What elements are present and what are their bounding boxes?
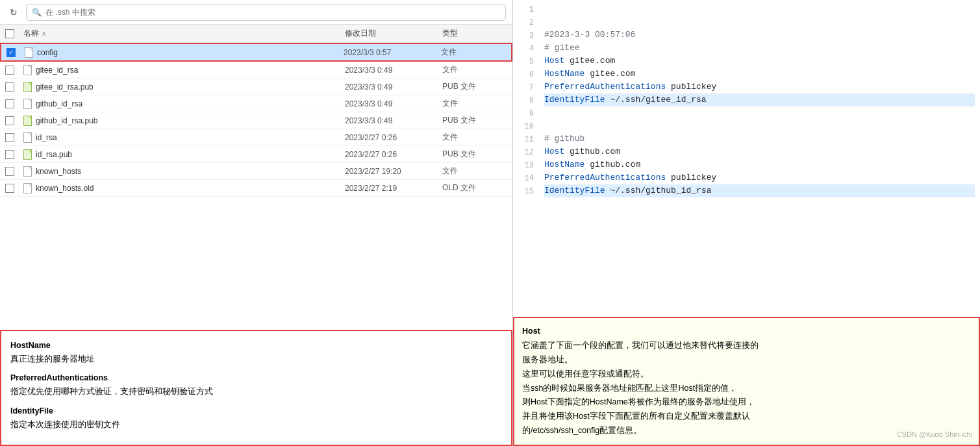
file-name-cell: config xyxy=(25,47,344,58)
table-row[interactable]: id_rsa2023/2/27 0:26文件 xyxy=(0,129,512,146)
file-modified: 2023/2/27 2:19 xyxy=(345,184,442,193)
row-checkbox[interactable] xyxy=(5,82,23,92)
file-name: config xyxy=(37,48,58,57)
code-comment: # github xyxy=(544,132,584,146)
right-annotation-line: 这里可以使用任意字段或通配符。 xyxy=(522,367,971,382)
annotation-term: PreferredAuthentications xyxy=(10,371,502,385)
table-row[interactable]: known_hosts2023/2/27 19:20文件 xyxy=(0,163,512,180)
file-icon xyxy=(23,132,32,143)
refresh-button[interactable]: ↻ xyxy=(6,5,21,19)
header-name[interactable]: 名称 ∧ xyxy=(23,28,345,39)
checkbox[interactable] xyxy=(5,150,14,159)
row-checkbox[interactable] xyxy=(5,167,23,176)
line-number: 3 xyxy=(518,30,534,43)
file-name: id_rsa xyxy=(36,133,57,142)
code-line xyxy=(544,119,975,132)
line-number: 4 xyxy=(518,43,534,56)
code-comment: # gitee xyxy=(544,42,580,55)
select-all-checkbox[interactable] xyxy=(5,29,14,38)
file-icon xyxy=(25,47,33,58)
line-number: 10 xyxy=(518,121,534,134)
file-name: known_hosts xyxy=(36,167,81,176)
file-type: 文件 xyxy=(442,64,507,75)
header-type: 类型 xyxy=(442,28,507,39)
table-row[interactable]: github_id_rsa2023/3/3 0:49文件 xyxy=(0,95,512,112)
line-number: 11 xyxy=(518,134,534,147)
checkbox[interactable] xyxy=(5,167,14,176)
code-value: ~/.ssh/github_id_rsa xyxy=(605,184,712,198)
pub-file-icon xyxy=(23,116,32,126)
code-keyword: PreferredAuthentications xyxy=(544,171,666,185)
row-checkbox[interactable] xyxy=(5,66,23,75)
checkbox[interactable]: ✓ xyxy=(6,48,16,57)
row-checkbox[interactable]: ✓ xyxy=(6,48,25,57)
code-comment: #2023-3-3 00:57:06 xyxy=(544,29,635,42)
annotation-desc: 指定优先使用哪种方式验证，支持密码和秘钥验证方式 xyxy=(10,385,502,399)
table-row[interactable]: ✓config2023/3/3 0:57文件 xyxy=(0,43,512,62)
code-value: ~/.ssh/gitee_id_rsa xyxy=(605,93,707,107)
code-line: Host github.com xyxy=(544,145,975,158)
code-line: # gitee xyxy=(544,42,975,55)
file-type: PUB 文件 xyxy=(442,149,507,160)
table-row[interactable]: gitee_id_rsa.pub2023/3/3 0:49PUB 文件 xyxy=(0,79,512,95)
checkbox[interactable] xyxy=(5,184,14,193)
code-keyword: HostName xyxy=(544,158,584,172)
code-line: Host gitee.com xyxy=(544,55,975,68)
file-type: PUB 文件 xyxy=(442,115,507,126)
file-icon xyxy=(23,99,32,109)
header-modified: 修改日期 xyxy=(345,28,442,39)
right-annotation-line: 当ssh的时候如果服务器地址能匹配上这里Host指定的值， xyxy=(522,382,971,396)
row-checkbox[interactable] xyxy=(5,133,23,142)
code-line xyxy=(544,16,975,29)
code-value: github.com xyxy=(584,158,640,172)
row-checkbox[interactable] xyxy=(5,116,23,125)
file-name: github_id_rsa.pub xyxy=(36,116,97,125)
row-checkbox[interactable] xyxy=(5,99,23,108)
file-type: 文件 xyxy=(442,166,507,177)
checkbox[interactable] xyxy=(5,99,14,108)
search-box[interactable]: 🔍 xyxy=(26,4,506,21)
code-editor: 123456789101112131415 #2023-3-3 00:57:06… xyxy=(513,0,980,317)
file-type: OLD 文件 xyxy=(442,182,507,193)
toolbar: ↻ 🔍 xyxy=(0,0,512,25)
file-modified: 2023/2/27 0:26 xyxy=(345,133,442,142)
row-checkbox[interactable] xyxy=(5,150,23,159)
checkbox[interactable] xyxy=(5,82,14,92)
code-keyword: HostName xyxy=(544,68,584,81)
code-lines: 123456789101112131415 #2023-3-3 00:57:06… xyxy=(513,0,980,317)
header-checkbox[interactable] xyxy=(5,29,23,38)
right-annotation-line: 则Host下面指定的HostName将被作为最终的服务器地址使用， xyxy=(522,395,971,410)
line-number: 1 xyxy=(518,4,534,17)
search-input[interactable] xyxy=(45,8,500,17)
row-checkbox[interactable] xyxy=(5,184,23,193)
file-name: github_id_rsa xyxy=(36,99,82,108)
file-name-cell: known_hosts xyxy=(23,166,345,177)
table-row[interactable]: github_id_rsa.pub2023/3/3 0:49PUB 文件 xyxy=(0,112,512,129)
line-number: 5 xyxy=(518,56,534,69)
line-number: 7 xyxy=(518,82,534,95)
table-row[interactable]: known_hosts.old2023/2/27 2:19OLD 文件 xyxy=(0,180,512,197)
left-panel: ↻ 🔍 名称 ∧ 修改日期 类型 ✓config2023/3/3 0:57文件g… xyxy=(0,0,513,446)
checkbox[interactable] xyxy=(5,66,14,75)
file-name-cell: github_id_rsa.pub xyxy=(23,116,345,126)
code-value: publickey xyxy=(666,171,716,185)
file-type: 文件 xyxy=(441,47,506,58)
table-row[interactable]: gitee_id_rsa2023/3/3 0:49文件 xyxy=(0,62,512,79)
line-number: 8 xyxy=(518,95,534,108)
code-value: publickey xyxy=(666,81,716,94)
pub-file-icon xyxy=(23,149,32,160)
code-line: PreferredAuthentications publickey xyxy=(544,171,975,184)
file-name-cell: id_rsa.pub xyxy=(23,149,345,160)
code-line xyxy=(544,3,975,16)
code-keyword: PreferredAuthentications xyxy=(544,81,666,94)
checkbox[interactable] xyxy=(5,133,14,142)
file-name-cell: id_rsa xyxy=(23,132,345,143)
table-row[interactable]: id_rsa.pub2023/2/27 0:26PUB 文件 xyxy=(0,146,512,163)
checkbox[interactable] xyxy=(5,116,14,125)
file-type: PUB 文件 xyxy=(442,81,507,92)
file-modified: 2023/2/27 0:26 xyxy=(345,150,442,159)
file-type: 文件 xyxy=(442,132,507,143)
file-modified: 2023/3/3 0:49 xyxy=(345,66,442,75)
file-icon xyxy=(23,183,32,193)
code-value: gitee.com xyxy=(584,68,635,81)
